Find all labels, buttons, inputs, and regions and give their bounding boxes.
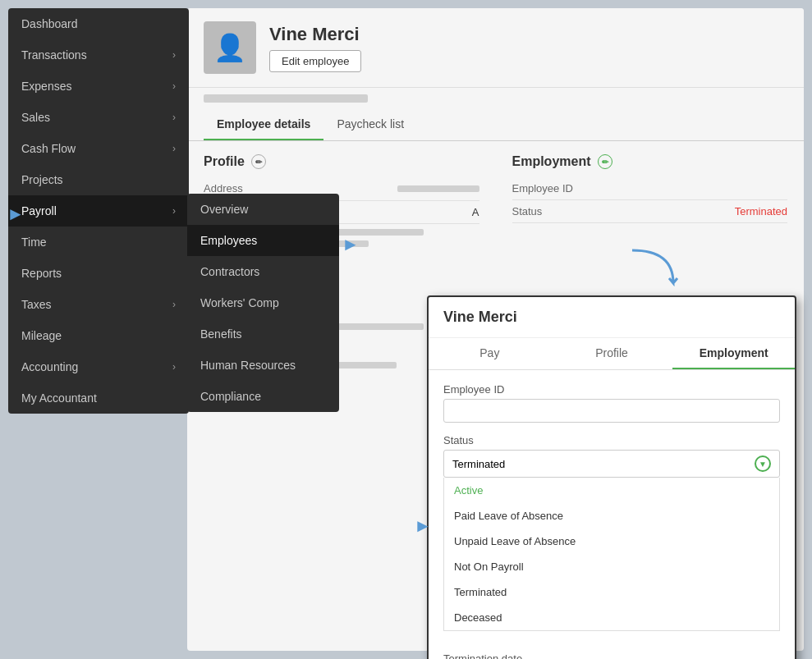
modal-body: Employee ID Status Terminated ▼ Active P… — [429, 370, 795, 644]
sidebar-item-dashboard[interactable]: Dashboard — [8, 8, 189, 39]
dropdown-option-not-on-payroll[interactable]: Not On Payroll — [444, 554, 779, 579]
status-dropdown-value: Terminated — [452, 458, 505, 470]
sidebar-myaccountant-label: My Accountant — [21, 391, 97, 405]
sidebar-item-accounting[interactable]: Accounting › — [8, 351, 189, 382]
tab-employee-details[interactable]: Employee details — [204, 109, 323, 140]
employee-id-label: Employee ID — [512, 182, 573, 194]
sidebar-item-sales[interactable]: Sales › — [8, 102, 189, 133]
sidebar-item-reports[interactable]: Reports — [8, 258, 189, 289]
sidebar-projects-label: Projects — [21, 173, 63, 186]
modal-title: Vine Merci — [429, 297, 795, 338]
dropdown-option-paid-leave[interactable]: Paid Leave of Absence — [444, 503, 779, 529]
main-wrapper: 👤 Vine Merci Edit employee Employee deta… — [0, 0, 812, 659]
submenu-employees[interactable]: Employees — [187, 225, 339, 256]
profile-edit-icon[interactable]: ✏ — [251, 154, 266, 169]
status-label: Status — [512, 205, 543, 217]
sidebar-expenses-label: Expenses — [21, 80, 71, 93]
employee-id-field-label: Employee ID — [443, 383, 780, 396]
submenu-compliance[interactable]: Compliance — [187, 381, 339, 412]
sidebar-item-transactions[interactable]: Transactions › — [8, 39, 189, 71]
submenu-overview[interactable]: Overview — [187, 194, 339, 225]
filing-value: A — [472, 206, 479, 218]
employee-name: Vine Merci — [269, 24, 361, 45]
employment-title: Employment — [512, 154, 591, 169]
sidebar-item-time[interactable]: Time — [8, 227, 189, 258]
sidebar-reports-label: Reports — [21, 267, 62, 280]
chevron-right-icon: › — [172, 112, 176, 123]
status-field-label: Status — [443, 434, 780, 446]
chevron-right-icon: › — [172, 361, 176, 373]
termination-date-section: Termination date — [429, 644, 795, 659]
sidebar-item-mileage[interactable]: Mileage — [8, 320, 189, 351]
status-value: Terminated — [735, 205, 787, 217]
chevron-right-icon: › — [172, 205, 176, 217]
sidebar-item-myaccountant[interactable]: My Accountant — [8, 382, 189, 414]
chevron-right-icon: › — [172, 80, 176, 92]
dropdown-arrow-icon: ▼ — [755, 455, 771, 472]
status-dropdown[interactable]: Terminated ▼ — [443, 450, 780, 478]
edit-employee-button[interactable]: Edit employee — [269, 50, 361, 72]
sidebar-transactions-label: Transactions — [21, 48, 87, 62]
sidebar-item-projects[interactable]: Projects — [8, 164, 189, 195]
employee-name-section: Vine Merci Edit employee — [269, 24, 361, 72]
submenu-contractors[interactable]: Contractors — [187, 256, 339, 287]
detail-tabs: Employee details Paycheck list — [187, 109, 804, 141]
sidebar: Dashboard Transactions › Expenses › Sale… — [8, 8, 189, 414]
tab-paycheck-list[interactable]: Paycheck list — [323, 109, 417, 140]
termination-date-label: Termination date — [443, 652, 780, 659]
sidebar-taxes-label: Taxes — [21, 298, 52, 311]
dropdown-option-active[interactable]: Active — [444, 478, 779, 503]
address-value-bar — [397, 185, 479, 192]
sidebar-item-payroll[interactable]: Payroll › — [8, 195, 189, 227]
sidebar-time-label: Time — [21, 236, 47, 249]
modal-tab-employment[interactable]: Employment — [672, 338, 795, 369]
sidebar-payroll-label: Payroll — [21, 204, 57, 217]
sidebar-accounting-label: Accounting — [21, 360, 78, 373]
profile-header: Profile ✏ — [204, 154, 479, 169]
submenu-human-resources[interactable]: Human Resources — [187, 350, 339, 381]
modal-tabs: Pay Profile Employment — [429, 338, 795, 370]
vine-merci-modal: Vine Merci Pay Profile Employment Employ… — [427, 295, 796, 659]
employee-id-input[interactable] — [443, 399, 780, 423]
dropdown-list: Active Paid Leave of Absence Unpaid Leav… — [443, 478, 780, 631]
payroll-arrow: ► — [7, 204, 25, 225]
dropdown-arrow: ► — [414, 515, 432, 537]
chevron-right-icon: › — [172, 299, 176, 310]
sidebar-sales-label: Sales — [21, 111, 50, 124]
status-row: Status Terminated — [512, 200, 788, 223]
sidebar-cashflow-label: Cash Flow — [21, 142, 76, 155]
dropdown-option-terminated[interactable]: Terminated — [444, 579, 779, 605]
avatar: 👤 — [204, 21, 256, 74]
sidebar-dashboard-label: Dashboard — [21, 17, 78, 30]
name-bar — [204, 94, 368, 103]
modal-tab-profile[interactable]: Profile — [551, 338, 673, 369]
employee-header: 👤 Vine Merci Edit employee — [187, 8, 804, 88]
employees-arrow: ► — [342, 234, 360, 255]
sidebar-item-taxes[interactable]: Taxes › — [8, 289, 189, 320]
sidebar-mileage-label: Mileage — [21, 329, 62, 342]
dropdown-option-deceased[interactable]: Deceased — [444, 605, 779, 630]
employee-id-row: Employee ID — [512, 177, 788, 200]
sidebar-item-expenses[interactable]: Expenses › — [8, 71, 189, 102]
submenu-benefits[interactable]: Benefits — [187, 318, 339, 350]
dropdown-option-unpaid-leave[interactable]: Unpaid Leave of Absence — [444, 529, 779, 554]
chevron-right-icon: › — [172, 49, 176, 61]
modal-tab-pay[interactable]: Pay — [429, 338, 551, 369]
employment-header: Employment ✏ — [512, 154, 788, 169]
chevron-right-icon: › — [172, 143, 176, 154]
employment-edit-icon[interactable]: ✏ — [598, 154, 612, 169]
curved-arrow-decoration — [624, 242, 681, 294]
user-icon: 👤 — [213, 32, 246, 63]
submenu-workers-comp[interactable]: Workers' Comp — [187, 287, 339, 318]
sidebar-item-cashflow[interactable]: Cash Flow › — [8, 133, 189, 164]
profile-title: Profile — [204, 154, 245, 169]
payroll-submenu: Overview Employees Contractors Workers' … — [187, 194, 339, 412]
